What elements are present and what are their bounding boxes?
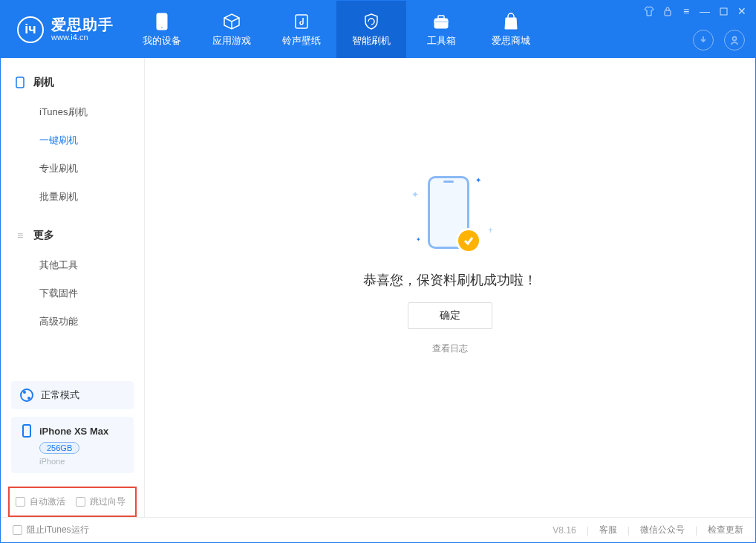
checkbox-icon <box>13 525 22 535</box>
tshirt-icon[interactable] <box>643 5 655 17</box>
window-controls: ≡ — ✕ <box>643 5 748 17</box>
device-icon <box>14 77 26 88</box>
nav-toolbox[interactable]: 工具箱 <box>406 1 476 58</box>
top-nav: 我的设备 应用游戏 铃声壁纸 智能刷机 工具箱 爱思商城 <box>127 1 546 58</box>
svg-rect-4 <box>438 16 444 19</box>
success-message: 恭喜您，保资料刷机成功啦！ <box>363 271 537 289</box>
svg-rect-6 <box>665 10 671 16</box>
view-log-link[interactable]: 查看日志 <box>432 342 468 355</box>
sidebar-section-more: ≡ 更多 <box>1 224 144 247</box>
download-button[interactable] <box>693 30 714 51</box>
nav-store[interactable]: 爱思商城 <box>476 1 546 58</box>
checkbox-icon <box>76 497 85 507</box>
sidebar-item-batch-flash[interactable]: 批量刷机 <box>1 183 144 211</box>
main-content: ✦ ✦ ✦ + 恭喜您，保资料刷机成功啦！ 确定 查看日志 <box>145 58 755 517</box>
sparkle-icon: ✦ <box>411 189 419 200</box>
cube-icon <box>222 12 241 31</box>
mode-icon <box>20 388 33 402</box>
toolbox-icon <box>431 12 451 31</box>
block-itunes-checkbox[interactable]: 阻止iTunes运行 <box>13 524 89 536</box>
success-illustration: ✦ ✦ ✦ + <box>398 176 502 258</box>
phone-icon <box>152 12 172 31</box>
mode-text: 正常模式 <box>41 388 79 402</box>
svg-rect-7 <box>720 8 727 15</box>
sidebar-item-advanced[interactable]: 高级功能 <box>1 308 144 336</box>
nav-ringtones[interactable]: 铃声壁纸 <box>267 1 336 58</box>
logo-icon: iч <box>17 16 44 43</box>
menu-icon[interactable]: ≡ <box>680 5 692 17</box>
options-highlight-box: 自动激活 跳过向导 <box>8 487 137 517</box>
svg-point-1 <box>161 26 163 27</box>
sparkle-icon: + <box>488 225 493 235</box>
app-name: 爱思助手 <box>51 16 114 33</box>
bag-icon <box>501 12 521 31</box>
header: iч 爱思助手 www.i4.cn 我的设备 应用游戏 铃声壁纸 智能刷机 <box>1 1 755 58</box>
close-icon[interactable]: ✕ <box>736 5 748 17</box>
device-type: iPhone <box>39 457 125 466</box>
sidebar-item-pro-flash[interactable]: 专业刷机 <box>1 155 144 183</box>
body: 刷机 iTunes刷机 一键刷机 专业刷机 批量刷机 ≡ 更多 其他工具 下载固… <box>1 58 755 517</box>
capacity-badge: 256GB <box>39 442 79 454</box>
ok-button[interactable]: 确定 <box>408 302 492 329</box>
nav-flash[interactable]: 智能刷机 <box>336 1 406 58</box>
sidebar-bottom: 正常模式 iPhone XS Max 256GB iPhone <box>1 381 144 481</box>
sidebar-item-firmware[interactable]: 下载固件 <box>1 279 144 308</box>
svg-rect-3 <box>434 19 448 28</box>
device-card[interactable]: iPhone XS Max 256GB iPhone <box>11 417 134 473</box>
app-url: www.i4.cn <box>51 33 114 42</box>
check-badge-icon <box>456 228 481 253</box>
footer: 阻止iTunes运行 V8.16 | 客服 | 微信公众号 | 检查更新 <box>1 517 755 542</box>
sidebar-section-flash: 刷机 <box>1 71 144 94</box>
wechat-link[interactable]: 微信公众号 <box>640 524 685 536</box>
svg-point-8 <box>733 37 737 41</box>
nav-my-device[interactable]: 我的设备 <box>127 1 197 58</box>
sparkle-icon: ✦ <box>475 176 481 184</box>
svg-rect-10 <box>23 425 30 437</box>
check-update-link[interactable]: 检查更新 <box>708 524 743 536</box>
checkbox-icon <box>16 497 25 507</box>
svg-rect-5 <box>434 22 448 23</box>
maximize-icon[interactable] <box>717 5 729 17</box>
svg-rect-9 <box>16 77 24 88</box>
sidebar-item-itunes-flash[interactable]: iTunes刷机 <box>1 98 144 126</box>
user-button[interactable] <box>724 30 745 51</box>
nav-apps[interactable]: 应用游戏 <box>197 1 267 58</box>
refresh-shield-icon <box>362 12 381 31</box>
sidebar-item-other-tools[interactable]: 其他工具 <box>1 251 144 279</box>
mode-card[interactable]: 正常模式 <box>11 381 134 409</box>
logo: iч 爱思助手 www.i4.cn <box>1 1 127 58</box>
version-label: V8.16 <box>553 525 576 536</box>
sidebar-item-oneclick-flash[interactable]: 一键刷机 <box>1 126 144 155</box>
device-name: iPhone XS Max <box>39 426 108 437</box>
sparkle-icon: ✦ <box>416 236 421 243</box>
skip-guide-checkbox[interactable]: 跳过向导 <box>76 495 126 508</box>
phone-outline-icon <box>20 424 33 438</box>
auto-activate-checkbox[interactable]: 自动激活 <box>16 495 65 508</box>
app-window: iч 爱思助手 www.i4.cn 我的设备 应用游戏 铃声壁纸 智能刷机 <box>0 0 756 543</box>
sidebar: 刷机 iTunes刷机 一键刷机 专业刷机 批量刷机 ≡ 更多 其他工具 下载固… <box>1 58 145 517</box>
support-link[interactable]: 客服 <box>599 524 617 536</box>
lock-icon[interactable] <box>662 5 674 17</box>
list-icon: ≡ <box>14 230 26 241</box>
minimize-icon[interactable]: — <box>699 5 711 17</box>
header-actions <box>693 30 745 51</box>
music-icon <box>292 12 311 31</box>
